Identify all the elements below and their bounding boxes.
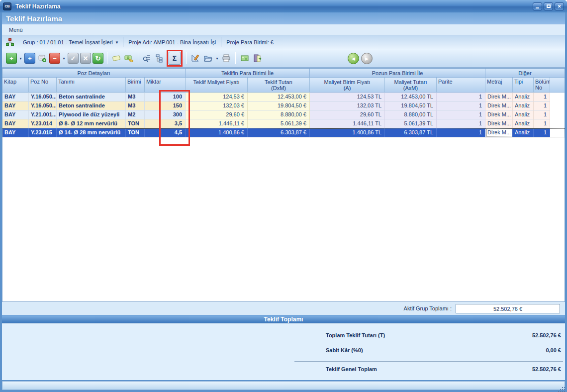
menu-item-menu[interactable]: Menü [6, 26, 26, 34]
cell[interactable]: BAY [2, 101, 29, 110]
cell[interactable]: 29,60 TL [310, 110, 385, 119]
cell[interactable]: 29,60 € [186, 110, 248, 119]
cell[interactable]: 1 [437, 119, 485, 128]
sum-sigma-button[interactable]: Σ [169, 52, 181, 65]
column-header-tanimi[interactable]: Tanımı [57, 78, 126, 93]
minimize-button[interactable] [533, 2, 542, 10]
cell[interactable]: BAY [2, 110, 29, 119]
cell[interactable]: Ø 8- Ø 12 mm nervürlü [57, 119, 126, 128]
cell[interactable]: 12.453,00 € [248, 93, 310, 101]
add-dropdown-icon[interactable]: ▾ [18, 56, 23, 61]
refresh-button[interactable]: ↻ [93, 53, 103, 64]
column-header-parite[interactable]: Parite [437, 78, 485, 93]
cell[interactable]: Y.21.001... [29, 110, 57, 119]
ruler-pencil-icon[interactable] [190, 53, 201, 64]
remove-dropdown-icon[interactable]: ▾ [62, 56, 66, 61]
table-row[interactable]: BAY Y.23.014 Ø 8- Ø 12 mm nervürlü TON 3… [2, 119, 565, 128]
cell[interactable]: 124,53 € [186, 93, 248, 101]
cell[interactable]: M3 [126, 101, 145, 110]
cell[interactable]: M2 [126, 110, 145, 119]
cell[interactable]: Y.16.050... [29, 93, 57, 101]
cell[interactable]: 1 [437, 101, 485, 110]
close-button[interactable]: ✕ [555, 2, 564, 10]
cell[interactable]: 5.061,39 TL [385, 119, 437, 128]
cell-focused[interactable]: Direk M... [485, 128, 513, 137]
cell[interactable]: 4,5 [145, 128, 186, 137]
money-icon[interactable] [123, 53, 134, 64]
image-icon[interactable] [239, 53, 250, 64]
cell[interactable]: Analiz [513, 93, 534, 101]
cell[interactable]: Analiz [513, 119, 534, 128]
nav-forward-button[interactable]: ▶ [361, 53, 373, 64]
note-icon[interactable] [111, 53, 122, 64]
cell[interactable]: 1 [437, 93, 485, 101]
cell[interactable]: 6.303,87 TL [385, 128, 437, 137]
book-add-icon[interactable] [37, 53, 48, 64]
table-row[interactable]: BAY Y.16.050... Beton santralinde M3 100… [2, 93, 565, 101]
cell[interactable]: 300 [145, 110, 186, 119]
add-button[interactable]: + [6, 53, 17, 64]
cell[interactable]: 1 [534, 101, 550, 110]
cell[interactable]: 100 [145, 93, 186, 101]
cell[interactable]: 8.880,00 € [248, 110, 310, 119]
cell[interactable]: Beton santralinde [57, 101, 126, 110]
chevron-down-icon[interactable]: ▾ [116, 40, 118, 45]
cell[interactable]: Y.16.050... [29, 101, 57, 110]
cell[interactable]: 132,03 TL [310, 101, 385, 110]
cell[interactable]: 19.804,50 € [248, 101, 310, 110]
column-header-poz-no[interactable]: Poz No [29, 78, 57, 93]
cell[interactable]: 3,5 [145, 119, 186, 128]
confirm-button[interactable]: ✓ [68, 53, 79, 64]
cell[interactable]: 150 [145, 101, 186, 110]
cell[interactable]: 132,03 € [186, 101, 248, 110]
cell[interactable]: 1 [534, 110, 550, 119]
cell[interactable]: Ø 14- Ø 28 mm nervürlü [57, 128, 126, 137]
column-header-teklif-maliyet[interactable]: Teklif Maliyet Fiyatı [186, 78, 248, 93]
remove-button[interactable]: − [49, 53, 60, 64]
cell[interactable]: 1 [437, 110, 485, 119]
cell[interactable]: 124,53 TL [310, 93, 385, 101]
cell[interactable]: 1 [534, 119, 550, 128]
cell[interactable]: Direk M... [485, 119, 513, 128]
resize-grip-icon[interactable] [562, 387, 563, 388]
add-alt-button[interactable]: + [24, 53, 35, 64]
cell[interactable]: 1.400,86 TL [310, 128, 385, 137]
column-header-kitap[interactable]: Kitap [2, 78, 29, 93]
group-selector[interactable]: Grup : 01 / 01.01 - Temel İnşaat İşleri [23, 39, 113, 45]
cell[interactable]: Direk M... [485, 101, 513, 110]
cancel-button[interactable]: ✕ [80, 53, 91, 64]
cell[interactable]: 19.804,50 TL [385, 101, 437, 110]
search-tree-icon[interactable] [142, 53, 153, 64]
maximize-button[interactable] [544, 2, 553, 10]
cell[interactable]: 6.303,87 € [248, 128, 310, 137]
cell[interactable]: BAY [2, 128, 29, 137]
cell[interactable]: Plywood ile düz yüzeyli [57, 110, 126, 119]
cell[interactable]: Y.23.015 [29, 128, 57, 137]
cell[interactable]: 12.453,00 TL [385, 93, 437, 101]
column-header-metraj[interactable]: Metraj [485, 78, 513, 93]
column-header-birimi[interactable]: Birimi [126, 78, 145, 93]
column-header-maliyet-tutari[interactable]: Maliyet Tutarı(AxM) [385, 78, 437, 93]
cell[interactable]: 8.880,00 TL [385, 110, 437, 119]
exit-door-icon[interactable] [252, 53, 263, 64]
cell[interactable]: Analiz [513, 110, 534, 119]
cell[interactable]: BAY [2, 93, 29, 101]
cell[interactable]: Y.23.014 [29, 119, 57, 128]
cell[interactable]: Analiz [513, 128, 534, 137]
printer-icon[interactable] [221, 53, 232, 64]
cell[interactable]: Direk M... [485, 93, 513, 101]
column-header-tipi[interactable]: Tipi [513, 78, 534, 93]
column-header-bolum-no[interactable]: BölümNo [534, 78, 550, 93]
cell[interactable]: M3 [126, 93, 145, 101]
cell[interactable]: TON [126, 128, 145, 137]
cell[interactable]: 1.400,86 € [186, 128, 248, 137]
folder-dropdown-icon[interactable]: ▾ [215, 56, 219, 61]
folder-open-icon[interactable] [202, 53, 213, 64]
cell[interactable]: 5.061,39 € [248, 119, 310, 128]
cell[interactable]: Analiz [513, 101, 534, 110]
cell[interactable]: Beton santralinde [57, 93, 126, 101]
table-row[interactable]: BAY Y.16.050... Beton santralinde M3 150… [2, 101, 565, 110]
tree-view-icon[interactable] [154, 53, 165, 64]
cell[interactable]: 1.446,11 € [186, 119, 248, 128]
table-row-selected[interactable]: BAY Y.23.015 Ø 14- Ø 28 mm nervürlü TON … [2, 128, 565, 137]
